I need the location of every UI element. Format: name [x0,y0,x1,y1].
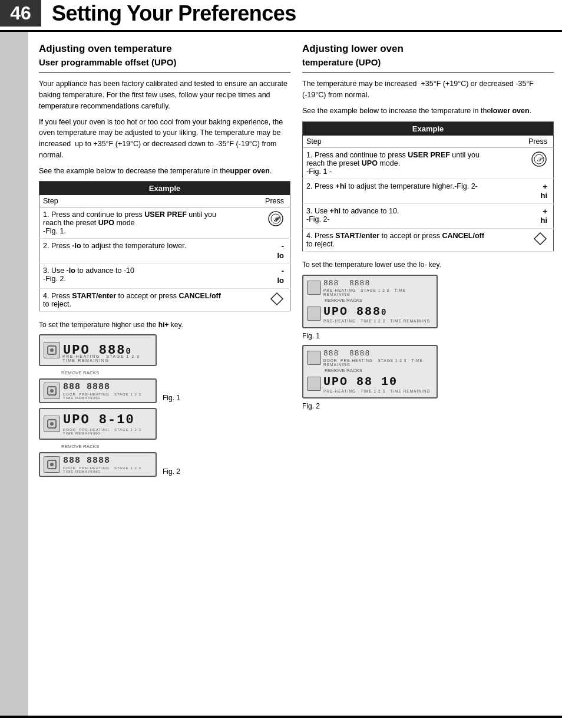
right-step-4-press [491,228,554,251]
right-step-2-text: 2. Press +hi to adjust the temperature h… [303,179,491,203]
right-divider [302,72,554,73]
left-example-table: Example Step Press 1. Press and continue… [39,181,290,311]
right-section-title-2: temperature (UPO) [302,57,554,67]
page-header: 46 Setting Your Preferences [0,0,562,32]
svg-point-6 [50,348,54,352]
left-example-label: Example [39,182,290,196]
right-icon-1a [307,281,321,295]
left-step-3-press: -lo [227,263,290,288]
right-icon-2b [307,377,321,391]
right-step-3-press: +hi [491,203,554,228]
right-fig2-top-row: 888 8888 DOOR PRE-HEATING STAGE 1 2 3 TI… [307,349,433,367]
left-step-4-press [227,288,290,311]
left-col-header: Step Press [39,195,290,207]
right-fig1-top-digits: 888 8888 [323,279,433,288]
left-fig2-display-top: UPO 8-10 DOOR PRE-HEATING STAGE 1 2 3 TI… [39,408,157,440]
right-fig2-bot-digits: UPO 88 10 [323,375,431,388]
hi-press-1: +hi [494,182,547,200]
right-fig2-top-digits: 888 8888 [323,349,433,358]
left-fig1-group: UPO 8880 PRE-HEATING STAGE 1 2 3 TIME RE… [39,334,290,404]
right-step-4: 4. Press START/enter to accept or press … [303,228,554,251]
right-fig2-top-sub: DOOR PRE-HEATING STAGE 1 2 3 TIME REMAIN… [323,358,433,367]
fig1-bot-sublabels: DOOR PRE-HEATING STAGE 1 2 3 TIME REMAIN… [63,393,152,400]
svg-marker-16 [534,233,546,245]
sidebar [0,32,28,716]
start-icon-left [270,292,284,308]
svg-point-10 [50,422,54,426]
right-note: To set the temperature lower use the lo-… [302,260,554,270]
remove-racks-label2: REMOVE RACKS [61,444,157,449]
right-step-2-press: +hi [491,179,554,203]
right-step-3: 3. Use +hi to advance to 10.-Fig. 2- +hi [303,203,554,228]
left-fig2-display-bot: 888 8888 DOOR PRE-HEATING STAGE 1 2 3 TI… [39,452,157,477]
left-col-step: Step [39,195,228,207]
main-content: Adjusting oven temperature User programm… [28,32,562,716]
left-step-1-press: 𝒫 𝒫 [227,207,290,239]
fig2-bot-sublabels: DOOR PRE-HEATING STAGE 1 2 3 TIME REMAIN… [63,466,152,473]
left-step-4-text: 4. Press START/enter to accept or press … [39,288,228,311]
content-wrapper: Adjusting oven temperature User programm… [0,32,562,716]
left-step-1-text: 1. Press and continue to press USER PREF… [39,207,228,239]
left-fig1-label: Fig. 1 [163,394,180,402]
right-fig2-group: 888 8888 DOOR PRE-HEATING STAGE 1 2 3 TI… [302,345,554,410]
left-step-2-text: 2. Press -lo to adjust the temperature l… [39,239,228,263]
left-divider [39,72,290,73]
right-fig1-bot-digits: UPO 8880 [323,305,431,318]
right-step-2: 2. Press +hi to adjust the temperature h… [303,179,554,203]
left-col-press: Press [227,195,290,207]
fig2-bot-digits: 888 8888 [63,456,152,466]
svg-text:𝒫: 𝒫 [273,215,280,222]
right-example-table: Example Step Press 1. Press and continue… [302,121,554,252]
right-step-4-text: 4. Press START/enter to accept or press … [303,228,491,251]
display-icon-top-left [44,342,60,358]
right-fig2-label: Fig. 2 [302,402,554,410]
left-para-2: If you feel your oven is too hot or too … [39,117,290,161]
left-fig2-stack: UPO 8-10 DOOR PRE-HEATING STAGE 1 2 3 TI… [39,408,157,478]
right-fig1-bot-row: UPO 8880 PRE-HEATING TIME 1 2 3 TIME REM… [307,305,433,323]
right-para-1: The temperature may be increased +35°F (… [302,78,554,101]
right-fig1-label: Fig. 1 [302,332,554,340]
right-fig1-group: 888 8888 PRE-HEATING STAGE 1 2 3 TIME RE… [302,275,554,340]
right-step-3-text: 3. Use +hi to advance to 10.-Fig. 2- [303,203,491,228]
userpref-icon-right: 𝒫 [531,151,547,167]
right-icon-2a [307,351,321,365]
right-fig1-display: 888 8888 PRE-HEATING STAGE 1 2 3 TIME RE… [302,275,438,328]
lo-press-2: -lo [231,266,284,285]
left-fig2-group: UPO 8-10 DOOR PRE-HEATING STAGE 1 2 3 TI… [39,408,290,478]
svg-point-8 [50,389,54,393]
left-note: To set the temperature higher use the hi… [39,320,290,330]
display-icon-bot-left2 [44,456,60,473]
left-step-1: 1. Press and continue to press USER PREF… [39,207,290,239]
left-table-header: Example [39,182,290,196]
left-section-title-1: Adjusting oven temperature [39,42,290,55]
right-col-step: Step [303,136,491,148]
remove-racks-label: REMOVE RACKS [61,370,157,375]
right-step-1-press: 𝒫 [491,147,554,179]
right-fig1-bot-sub: PRE-HEATING TIME 1 2 3 TIME REMAINING [323,319,431,323]
right-section-title-1: Adjusting lower oven [302,42,554,55]
left-step-4: 4. Press START/enter to accept or press … [39,288,290,311]
right-table-header: Example [303,121,554,136]
right-fig1-top-row: 888 8888 PRE-HEATING STAGE 1 2 3 TIME RE… [307,279,433,297]
display-icon-bot-left [44,383,60,399]
right-icon-1b [307,307,321,321]
left-fig1-display-top: UPO 8880 PRE-HEATING STAGE 1 2 3 TIME RE… [39,334,157,366]
fig2-top-digits: UPO 8-10 [63,413,152,427]
start-icon-right [533,232,547,248]
page-title: Setting Your Preferences [41,1,296,26]
right-fig2-bot-row: UPO 88 10 PRE-HEATING TIME 1 2 3 TIME RE… [307,375,433,393]
left-para-1: Your appliance has been factory calibrat… [39,78,290,111]
left-fig1-display-bot: 888 8888 DOOR PRE-HEATING STAGE 1 2 3 TI… [39,378,157,403]
right-step-1-text: 1. Press and continue to press USER PREF… [303,147,491,179]
upper-oven-bold: upper oven [230,167,270,175]
fig2-top-sublabels: DOOR PRE-HEATING STAGE 1 2 3 TIME REMAIN… [63,428,152,435]
svg-text:𝒫: 𝒫 [537,156,544,163]
lower-oven-bold: lower oven [491,107,529,115]
userpref-icon-1: 𝒫 𝒫 [267,210,284,227]
right-para-2: See the example below to increase the te… [302,106,554,117]
svg-point-12 [50,463,54,466]
left-para-3: See the example below to decrease the te… [39,166,290,177]
left-fig2-label: Fig. 2 [163,467,180,476]
bottom-border [0,716,562,718]
left-step-2: 2. Press -lo to adjust the temperature l… [39,239,290,263]
